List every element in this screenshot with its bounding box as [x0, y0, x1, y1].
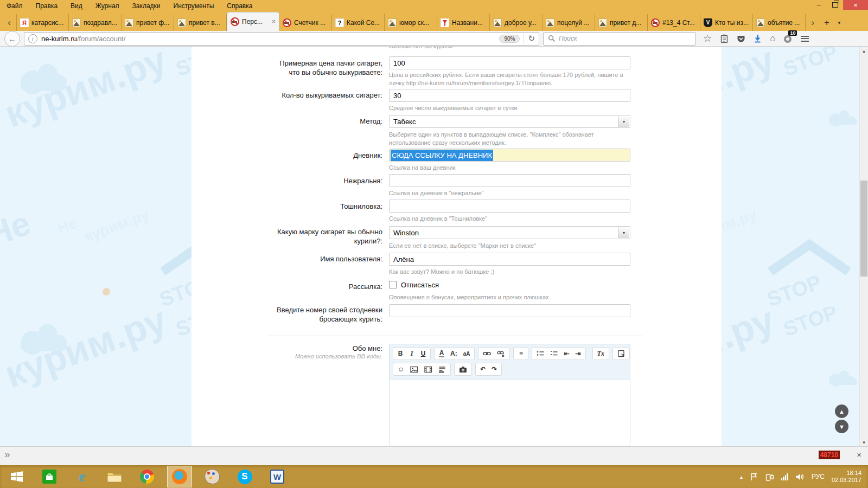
tab-kakoy-se[interactable]: ? Какой Се... — [332, 14, 385, 31]
scrollbar-down-icon[interactable]: ▾ — [860, 438, 868, 446]
firefox-taskbar-button-active[interactable] — [167, 466, 192, 487]
tab-katarsis[interactable]: Я катарсис... — [16, 14, 69, 31]
volume-icon[interactable] — [795, 473, 805, 481]
scrollbar-up-icon[interactable]: ▴ — [860, 47, 868, 55]
cigarette-count-input[interactable]: 30 — [389, 89, 630, 102]
align-button[interactable]: ≡ — [518, 350, 524, 357]
tab-list-dropdown-icon[interactable]: ▾ — [834, 14, 845, 31]
nezhralnya-input[interactable] — [389, 174, 630, 187]
remove-format-button[interactable]: Tx — [597, 350, 604, 358]
about-me-textarea[interactable] — [390, 380, 630, 446]
hundred-days-input[interactable] — [389, 304, 630, 317]
dropdown-arrow-icon[interactable]: ▾ — [618, 227, 629, 238]
tab-obyatie[interactable]: объятие ... — [753, 14, 806, 31]
menu-edit[interactable]: Правка — [36, 2, 58, 10]
search-bar[interactable]: Поиск — [543, 32, 696, 46]
price-input[interactable]: 100 — [389, 56, 630, 69]
addon-bar-expander-icon[interactable]: » — [4, 448, 10, 460]
brand-select[interactable]: Winston▾ — [389, 226, 630, 239]
device-plug-icon[interactable] — [765, 473, 774, 481]
paint-taskbar-button[interactable] — [200, 466, 225, 487]
tab-privet-v[interactable]: привет в... — [174, 14, 227, 31]
menu-hamburger-icon[interactable] — [801, 36, 809, 42]
dropdown-arrow-icon[interactable]: ▾ — [618, 116, 629, 127]
menu-tools[interactable]: Инструменты — [174, 2, 214, 10]
screenshot-button[interactable] — [459, 366, 467, 373]
font-family-button[interactable]: aA — [463, 351, 470, 357]
italic-button[interactable]: I — [409, 350, 414, 358]
file-explorer-taskbar-button[interactable] — [102, 466, 127, 487]
insert-link-button[interactable] — [483, 350, 491, 357]
outdent-button[interactable]: ⇤ — [564, 350, 569, 357]
tab-kto-ty-iz[interactable]: V Кто ты из... — [700, 14, 753, 31]
insert-image-button[interactable] — [410, 366, 418, 373]
start-button[interactable] — [4, 466, 29, 487]
back-button[interactable]: ← — [4, 31, 20, 47]
language-indicator[interactable]: РУС — [812, 473, 825, 480]
home-icon[interactable]: ⌂ — [770, 33, 775, 44]
minimize-button[interactable]: – — [810, 0, 827, 10]
close-button[interactable]: × — [843, 0, 868, 10]
menu-history[interactable]: Журнал — [95, 2, 119, 10]
menu-help[interactable]: Справка — [227, 2, 252, 10]
adblock-icon[interactable]: 10 — [783, 34, 793, 43]
text-color-button[interactable]: A — [439, 350, 444, 357]
numbered-list-button[interactable] — [550, 350, 558, 357]
scroll-to-bottom-button[interactable]: ▼ — [835, 420, 848, 433]
vertical-scrollbar[interactable]: ▴ ▾ — [859, 47, 868, 446]
site-info-icon[interactable]: i — [28, 34, 37, 43]
unsubscribe-checkbox[interactable] — [389, 281, 397, 288]
addon-bar-close-icon[interactable]: × — [857, 450, 861, 459]
bbcode-editor[interactable]: B I U A A: aA ≡ — [389, 344, 630, 446]
word-taskbar-button[interactable]: W — [265, 466, 290, 487]
underline-button[interactable]: U — [420, 350, 426, 357]
scroll-to-top-button[interactable]: ▲ — [835, 404, 848, 418]
menu-bookmarks[interactable]: Закладки — [132, 2, 161, 10]
action-center-flag-icon[interactable] — [750, 473, 758, 481]
bold-button[interactable]: B — [398, 350, 403, 357]
new-tab-button[interactable]: + — [820, 14, 834, 31]
tab-privet-f[interactable]: привет ф... — [122, 14, 174, 31]
insert-template-button[interactable] — [617, 350, 625, 357]
pocket-icon[interactable] — [737, 35, 745, 43]
tab-privet-d[interactable]: привет д... — [595, 14, 648, 31]
remove-link-button[interactable] — [497, 350, 505, 357]
undo-button[interactable]: ↶ — [480, 365, 486, 373]
insert-quote-button[interactable] — [438, 366, 446, 373]
tab-schetchik[interactable]: Счетчик ... — [279, 14, 332, 31]
skype-taskbar-button[interactable]: S — [232, 466, 257, 487]
downloads-icon[interactable] — [754, 34, 762, 43]
menu-view[interactable]: Вид — [71, 2, 82, 10]
zoom-level-badge[interactable]: 90% — [499, 35, 520, 43]
redo-button[interactable]: ↷ — [492, 365, 497, 373]
internet-explorer-taskbar-button[interactable]: e — [69, 466, 94, 487]
tab-personal-active[interactable]: Перс... × — [227, 12, 279, 31]
bullet-list-button[interactable] — [537, 350, 544, 357]
smiley-button[interactable]: ☺ — [398, 365, 404, 373]
menu-file[interactable]: Файл — [7, 2, 23, 10]
tab-nazvani[interactable]: Названи... — [437, 14, 490, 31]
toshnilovka-input[interactable] — [389, 200, 630, 213]
font-size-button[interactable]: A: — [450, 350, 457, 357]
chrome-taskbar-button[interactable] — [135, 466, 159, 487]
bookmarks-menu-icon[interactable] — [720, 34, 729, 43]
tab-potseluy[interactable]: поцелуй ... — [542, 14, 595, 31]
username-input[interactable]: Алёна — [389, 253, 630, 266]
tab-dobroe[interactable]: доброе у... — [490, 14, 542, 31]
indent-button[interactable]: ⇥ — [576, 350, 581, 357]
tab-yumor[interactable]: юмор ск... — [385, 14, 437, 31]
tab-close-icon[interactable]: × — [272, 18, 276, 25]
tab-pozdravl[interactable]: поздравл... — [69, 14, 122, 31]
store-taskbar-button[interactable] — [37, 466, 62, 487]
tray-expand-icon[interactable]: ▴ — [740, 474, 743, 480]
network-signal-icon[interactable] — [781, 473, 788, 480]
tab-overflow-icon[interactable]: › — [806, 14, 820, 31]
tab-13-4-st[interactable]: #13_4 Ст... — [648, 14, 700, 31]
reload-button[interactable]: ↻ — [528, 34, 535, 43]
diary-input[interactable]: СЮДА ССЫЛКУ НА ДНЕВНИК — [389, 149, 630, 162]
bookmark-star-icon[interactable]: ☆ — [703, 34, 712, 43]
url-bar[interactable]: i ne-kurim.ru/forum/account/ 90% ↻ — [24, 32, 539, 46]
insert-media-button[interactable] — [424, 366, 432, 373]
method-select[interactable]: Табекс▾ — [389, 115, 630, 128]
tray-clock[interactable]: 18:1402.03.2017 — [832, 470, 861, 484]
